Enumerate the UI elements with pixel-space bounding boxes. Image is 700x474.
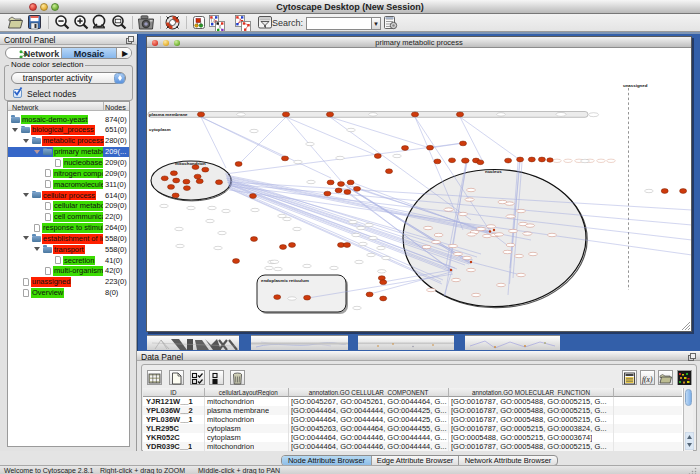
svg-text:unassigned: unassigned (623, 83, 648, 88)
svg-text:plasma membrane: plasma membrane (149, 112, 188, 117)
svg-text:f(x): f(x) (642, 375, 653, 384)
svg-text:cytoplasm: cytoplasm (149, 127, 171, 132)
svg-text:endoplasmic reticulum: endoplasmic reticulum (261, 278, 309, 283)
svg-text:nucleus: nucleus (485, 169, 502, 174)
svg-text:mitochondrion: mitochondrion (175, 161, 206, 166)
